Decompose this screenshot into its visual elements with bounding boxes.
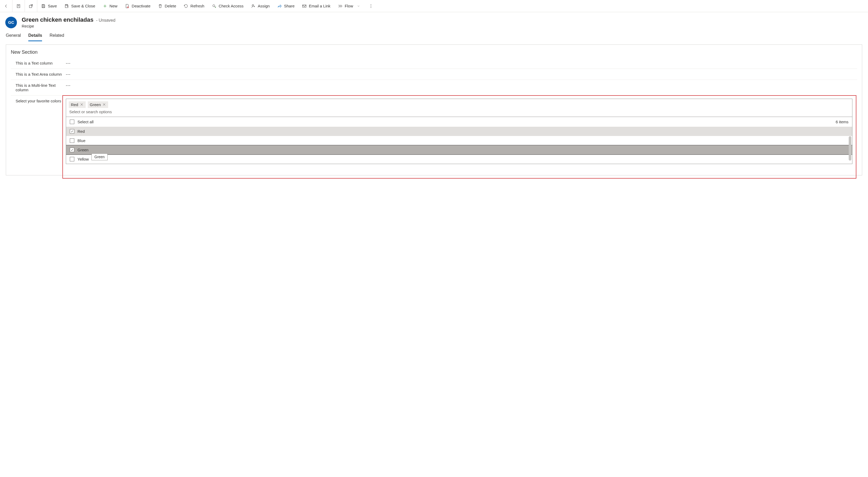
save-button[interactable]: Save — [37, 0, 61, 12]
share-label: Share — [284, 4, 294, 8]
tab-details[interactable]: Details — [28, 32, 42, 41]
dropdown-list: Red Blue Green Yellow Green — [66, 127, 852, 164]
chevron-down-icon — [357, 4, 360, 8]
svg-rect-4 — [42, 4, 44, 5]
svg-point-15 — [370, 4, 371, 5]
dropdown-header: Select all 6 items — [66, 117, 852, 127]
check-access-button[interactable]: Check Access — [208, 0, 247, 12]
selected-chips-row: Red Green — [66, 99, 852, 108]
field-text-label: This is a Text column — [16, 61, 66, 65]
option-yellow[interactable]: Yellow Green — [66, 154, 852, 164]
option-red-checkbox[interactable] — [70, 129, 74, 133]
email-link-button[interactable]: Email a Link — [298, 0, 334, 12]
trash-icon — [158, 4, 163, 8]
share-icon — [277, 4, 282, 8]
multiselect-dropdown: Select all 6 items Red Blue Gr — [66, 117, 852, 164]
field-text: This is a Text column --- — [11, 58, 857, 69]
dropdown-count: 6 items — [836, 120, 848, 124]
delete-button[interactable]: Delete — [154, 0, 180, 12]
option-blue-label: Blue — [78, 138, 85, 143]
field-textarea: This is a Text Area column --- — [11, 69, 857, 80]
svg-rect-5 — [42, 6, 44, 8]
new-button[interactable]: New — [99, 0, 121, 12]
deactivate-label: Deactivate — [132, 4, 150, 8]
field-multiselect: Select your favorite colors Red Green Se… — [11, 95, 857, 167]
deactivate-icon — [125, 4, 129, 8]
svg-point-11 — [213, 4, 215, 7]
svg-point-13 — [252, 4, 254, 6]
svg-point-16 — [370, 5, 371, 6]
save-icon — [41, 4, 46, 8]
email-icon — [302, 4, 307, 8]
back-button[interactable] — [0, 0, 12, 12]
select-all-checkbox[interactable] — [70, 120, 74, 124]
chip-red-label: Red — [71, 102, 78, 107]
more-vertical-icon — [369, 4, 373, 8]
option-red-label: Red — [78, 129, 85, 133]
tab-related[interactable]: Related — [50, 32, 64, 41]
overflow-button[interactable] — [364, 0, 378, 12]
svg-point-17 — [370, 7, 371, 8]
assign-label: Assign — [258, 4, 270, 8]
arrow-left-icon — [4, 4, 8, 8]
deactivate-button[interactable]: Deactivate — [121, 0, 154, 12]
option-green-label: Green — [78, 148, 89, 152]
field-multiline-value[interactable]: --- — [66, 83, 852, 88]
tabs: General Details Related — [0, 29, 868, 41]
avatar: GC — [5, 17, 17, 28]
tooltip: Green — [91, 153, 107, 160]
save-close-label: Save & Close — [71, 4, 95, 8]
field-textarea-value[interactable]: --- — [66, 72, 852, 77]
multiselect-combobox[interactable]: Red Green Select or search options Selec… — [66, 99, 852, 164]
svg-rect-14 — [303, 5, 306, 7]
popout-button[interactable] — [25, 0, 37, 12]
option-yellow-checkbox[interactable] — [70, 157, 74, 161]
chip-green: Green — [88, 101, 108, 108]
check-access-label: Check Access — [219, 4, 244, 8]
form-card: New Section This is a Text column --- Th… — [6, 44, 862, 175]
plus-icon — [102, 4, 107, 8]
save-close-button[interactable]: Save & Close — [61, 0, 99, 12]
field-multiline: This is a Multi-line Text column --- — [11, 80, 857, 95]
refresh-button[interactable]: Refresh — [180, 0, 208, 12]
new-label: New — [110, 4, 117, 8]
email-link-label: Email a Link — [309, 4, 331, 8]
share-button[interactable]: Share — [273, 0, 298, 12]
avatar-initials: GC — [8, 20, 14, 25]
command-bar: Save Save & Close New Deactivate Delete … — [0, 0, 868, 12]
save-close-icon — [64, 4, 69, 8]
tab-general[interactable]: General — [6, 32, 21, 41]
record-title: Green chicken enchiladas — [22, 17, 93, 23]
multiselect-search[interactable]: Select or search options — [66, 108, 852, 117]
scrollbar-thumb[interactable] — [849, 136, 851, 160]
option-red[interactable]: Red — [66, 127, 852, 136]
save-label: Save — [48, 4, 57, 8]
pane-toggle-button[interactable] — [12, 0, 25, 12]
flow-button[interactable]: Flow — [334, 0, 364, 12]
field-multiselect-label: Select your favorite colors — [16, 99, 66, 103]
chip-red: Red — [69, 101, 86, 108]
select-all-label[interactable]: Select all — [78, 120, 94, 124]
option-yellow-label: Yellow — [78, 157, 89, 161]
field-text-value[interactable]: --- — [66, 61, 852, 65]
delete-label: Delete — [165, 4, 176, 8]
panel-icon — [16, 4, 21, 8]
chip-green-label: Green — [90, 102, 101, 107]
refresh-label: Refresh — [190, 4, 205, 8]
close-icon[interactable] — [80, 103, 84, 106]
assign-button[interactable]: Assign — [247, 0, 273, 12]
flow-label: Flow — [345, 4, 353, 8]
option-green-checkbox[interactable] — [70, 148, 74, 152]
refresh-icon — [184, 4, 188, 8]
record-suffix: - Unsaved — [96, 18, 115, 23]
field-textarea-label: This is a Text Area column — [16, 72, 66, 77]
close-icon[interactable] — [102, 103, 106, 106]
option-blue-checkbox[interactable] — [70, 138, 74, 143]
field-multiline-label: This is a Multi-line Text column — [16, 83, 66, 92]
option-blue[interactable]: Blue — [66, 136, 852, 145]
record-header: GC Green chicken enchiladas - Unsaved Re… — [0, 12, 868, 29]
option-green[interactable]: Green — [66, 145, 852, 154]
svg-rect-6 — [66, 4, 67, 5]
section-title: New Section — [6, 50, 862, 58]
popout-icon — [29, 4, 33, 8]
